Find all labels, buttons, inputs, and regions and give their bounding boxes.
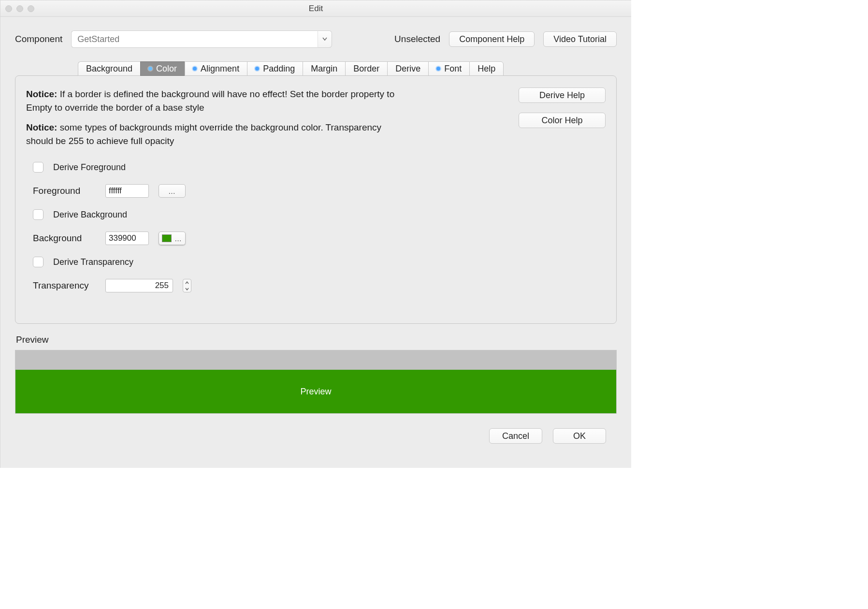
preview-box: Preview <box>15 350 617 414</box>
transparency-step-down[interactable] <box>183 286 191 292</box>
color-form: Derive Foreground Foreground … Derive Ba… <box>26 162 606 292</box>
tab-border[interactable]: Border <box>345 61 387 76</box>
tab-label: Help <box>477 64 495 74</box>
notice-2-prefix: Notice: <box>26 122 57 132</box>
component-combobox[interactable] <box>71 30 332 48</box>
notice-2-text: some types of backgrounds might override… <box>26 122 381 146</box>
derive-transparency-label: Derive Transparency <box>53 257 133 267</box>
color-panel: Notice: If a border is defined the backg… <box>15 75 617 324</box>
ellipsis-icon: … <box>168 187 176 195</box>
window-title: Edit <box>0 4 631 14</box>
minimize-icon[interactable] <box>16 5 23 12</box>
tab-padding[interactable]: Padding <box>247 61 303 76</box>
tab-label: Derive <box>395 64 420 74</box>
derive-foreground-label: Derive Foreground <box>53 162 126 173</box>
video-tutorial-button[interactable]: Video Tutorial <box>543 31 617 47</box>
transparency-field[interactable] <box>105 279 173 292</box>
derive-background-label: Derive Background <box>53 210 127 220</box>
edit-window: Edit Component Unselected Component Help… <box>0 0 631 468</box>
notice-2: Notice: some types of backgrounds might … <box>26 121 403 147</box>
preview-label: Preview <box>16 334 617 345</box>
ok-button[interactable]: OK <box>553 428 606 444</box>
traffic-lights <box>5 5 34 12</box>
derive-background-checkbox[interactable] <box>33 209 43 220</box>
notice-1-prefix: Notice: <box>26 89 57 99</box>
preview-header <box>15 350 616 370</box>
foreground-label: Foreground <box>33 186 96 196</box>
transparency-label: Transparency <box>33 280 96 291</box>
tab-label: Margin <box>311 64 337 74</box>
component-dropdown-button[interactable] <box>318 30 332 48</box>
tab-margin[interactable]: Margin <box>303 61 345 76</box>
tab-label: Border <box>353 64 379 74</box>
modified-dot-icon <box>193 67 197 71</box>
derive-help-button[interactable]: Derive Help <box>519 87 606 103</box>
tab-label: Color <box>156 64 177 74</box>
unselected-label: Unselected <box>394 34 440 44</box>
tab-font[interactable]: Font <box>428 61 469 76</box>
zoom-icon[interactable] <box>28 5 34 12</box>
background-swatch <box>162 234 172 242</box>
content-area: Component Unselected Component Help Vide… <box>0 17 631 468</box>
tab-label: Alignment <box>201 64 239 74</box>
color-help-button[interactable]: Color Help <box>519 113 606 128</box>
tab-label: Background <box>86 64 132 74</box>
chevron-down-icon <box>185 288 189 290</box>
preview-body: Preview <box>15 370 616 413</box>
tab-color[interactable]: Color <box>140 61 185 76</box>
tab-background[interactable]: Background <box>78 61 140 76</box>
modified-dot-icon <box>436 67 440 71</box>
modified-dot-icon <box>148 67 152 71</box>
ellipsis-icon: … <box>174 234 182 243</box>
chevron-down-icon <box>322 37 327 41</box>
background-color-picker-button[interactable]: … <box>159 232 186 245</box>
derive-transparency-checkbox[interactable] <box>33 257 43 267</box>
component-label: Component <box>15 34 62 44</box>
dialog-footer: Cancel OK <box>15 414 617 453</box>
transparency-stepper[interactable] <box>183 279 191 292</box>
foreground-field[interactable] <box>105 184 149 198</box>
close-icon[interactable] <box>5 5 12 12</box>
modified-dot-icon <box>255 67 259 71</box>
background-label: Background <box>33 233 96 244</box>
tab-help[interactable]: Help <box>469 61 504 76</box>
tab-alignment[interactable]: Alignment <box>185 61 247 76</box>
preview-body-text: Preview <box>300 387 331 397</box>
tabbar: BackgroundColorAlignmentPaddingMarginBor… <box>78 61 617 75</box>
tabs-wrap: BackgroundColorAlignmentPaddingMarginBor… <box>15 61 617 324</box>
chevron-up-icon <box>185 281 189 284</box>
titlebar: Edit <box>0 0 631 17</box>
derive-foreground-checkbox[interactable] <box>33 162 43 173</box>
tab-label: Padding <box>263 64 295 74</box>
notice-1: Notice: If a border is defined the backg… <box>26 87 403 114</box>
tab-derive[interactable]: Derive <box>387 61 428 76</box>
top-row: Component Unselected Component Help Vide… <box>15 30 617 48</box>
notice-1-text: If a border is defined the background wi… <box>26 89 394 113</box>
cancel-button[interactable]: Cancel <box>489 428 542 444</box>
component-input[interactable] <box>71 30 318 48</box>
foreground-color-picker-button[interactable]: … <box>159 184 186 198</box>
transparency-step-up[interactable] <box>183 279 191 286</box>
background-field[interactable] <box>105 232 149 245</box>
component-help-button[interactable]: Component Help <box>449 31 535 47</box>
tab-label: Font <box>444 64 462 74</box>
